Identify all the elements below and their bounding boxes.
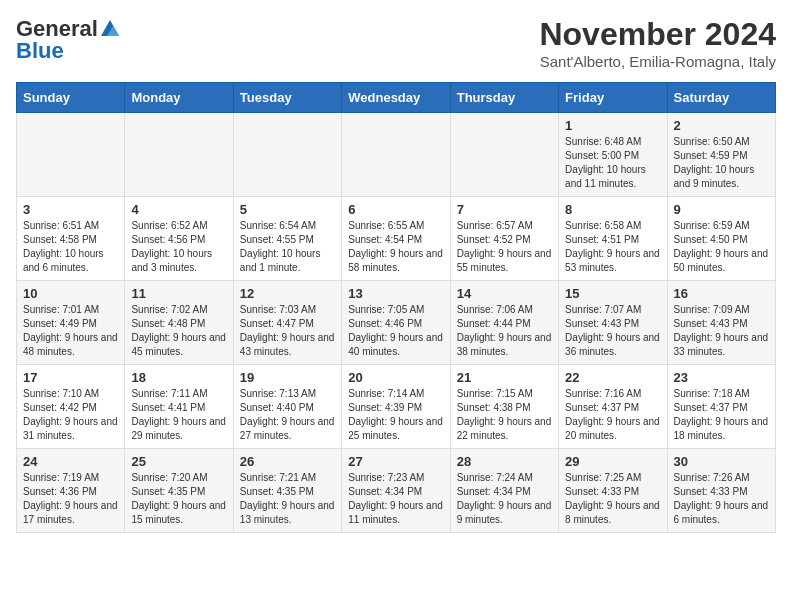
calendar-cell: 7Sunrise: 6:57 AM Sunset: 4:52 PM Daylig… bbox=[450, 197, 558, 281]
calendar-header-monday: Monday bbox=[125, 83, 233, 113]
day-info: Sunrise: 7:20 AM Sunset: 4:35 PM Dayligh… bbox=[131, 471, 226, 527]
calendar-cell: 4Sunrise: 6:52 AM Sunset: 4:56 PM Daylig… bbox=[125, 197, 233, 281]
day-number: 29 bbox=[565, 454, 660, 469]
day-info: Sunrise: 6:48 AM Sunset: 5:00 PM Dayligh… bbox=[565, 135, 660, 191]
day-info: Sunrise: 7:02 AM Sunset: 4:48 PM Dayligh… bbox=[131, 303, 226, 359]
day-number: 8 bbox=[565, 202, 660, 217]
day-number: 6 bbox=[348, 202, 443, 217]
day-info: Sunrise: 6:55 AM Sunset: 4:54 PM Dayligh… bbox=[348, 219, 443, 275]
calendar-cell: 27Sunrise: 7:23 AM Sunset: 4:34 PM Dayli… bbox=[342, 449, 450, 533]
day-number: 12 bbox=[240, 286, 335, 301]
day-number: 25 bbox=[131, 454, 226, 469]
day-info: Sunrise: 7:06 AM Sunset: 4:44 PM Dayligh… bbox=[457, 303, 552, 359]
calendar-cell: 9Sunrise: 6:59 AM Sunset: 4:50 PM Daylig… bbox=[667, 197, 775, 281]
day-number: 9 bbox=[674, 202, 769, 217]
calendar-cell: 29Sunrise: 7:25 AM Sunset: 4:33 PM Dayli… bbox=[559, 449, 667, 533]
day-info: Sunrise: 7:13 AM Sunset: 4:40 PM Dayligh… bbox=[240, 387, 335, 443]
calendar-header-thursday: Thursday bbox=[450, 83, 558, 113]
logo-blue: Blue bbox=[16, 38, 64, 64]
calendar-cell: 10Sunrise: 7:01 AM Sunset: 4:49 PM Dayli… bbox=[17, 281, 125, 365]
calendar-row-4: 24Sunrise: 7:19 AM Sunset: 4:36 PM Dayli… bbox=[17, 449, 776, 533]
day-number: 26 bbox=[240, 454, 335, 469]
calendar-cell: 28Sunrise: 7:24 AM Sunset: 4:34 PM Dayli… bbox=[450, 449, 558, 533]
day-info: Sunrise: 7:18 AM Sunset: 4:37 PM Dayligh… bbox=[674, 387, 769, 443]
day-number: 28 bbox=[457, 454, 552, 469]
day-number: 2 bbox=[674, 118, 769, 133]
calendar-header-sunday: Sunday bbox=[17, 83, 125, 113]
day-number: 14 bbox=[457, 286, 552, 301]
calendar-cell: 19Sunrise: 7:13 AM Sunset: 4:40 PM Dayli… bbox=[233, 365, 341, 449]
day-number: 3 bbox=[23, 202, 118, 217]
header: General Blue November 2024 Sant'Alberto,… bbox=[16, 16, 776, 70]
day-info: Sunrise: 7:01 AM Sunset: 4:49 PM Dayligh… bbox=[23, 303, 118, 359]
day-info: Sunrise: 6:54 AM Sunset: 4:55 PM Dayligh… bbox=[240, 219, 335, 275]
calendar-cell: 6Sunrise: 6:55 AM Sunset: 4:54 PM Daylig… bbox=[342, 197, 450, 281]
calendar-cell: 15Sunrise: 7:07 AM Sunset: 4:43 PM Dayli… bbox=[559, 281, 667, 365]
day-number: 1 bbox=[565, 118, 660, 133]
calendar-cell: 1Sunrise: 6:48 AM Sunset: 5:00 PM Daylig… bbox=[559, 113, 667, 197]
day-number: 17 bbox=[23, 370, 118, 385]
calendar-cell: 11Sunrise: 7:02 AM Sunset: 4:48 PM Dayli… bbox=[125, 281, 233, 365]
day-info: Sunrise: 7:25 AM Sunset: 4:33 PM Dayligh… bbox=[565, 471, 660, 527]
calendar-cell: 13Sunrise: 7:05 AM Sunset: 4:46 PM Dayli… bbox=[342, 281, 450, 365]
calendar-header-saturday: Saturday bbox=[667, 83, 775, 113]
calendar-cell: 5Sunrise: 6:54 AM Sunset: 4:55 PM Daylig… bbox=[233, 197, 341, 281]
calendar-cell bbox=[450, 113, 558, 197]
calendar-row-2: 10Sunrise: 7:01 AM Sunset: 4:49 PM Dayli… bbox=[17, 281, 776, 365]
title-area: November 2024 Sant'Alberto, Emilia-Romag… bbox=[539, 16, 776, 70]
page-title: November 2024 bbox=[539, 16, 776, 53]
day-info: Sunrise: 7:15 AM Sunset: 4:38 PM Dayligh… bbox=[457, 387, 552, 443]
page-subtitle: Sant'Alberto, Emilia-Romagna, Italy bbox=[539, 53, 776, 70]
calendar-cell: 8Sunrise: 6:58 AM Sunset: 4:51 PM Daylig… bbox=[559, 197, 667, 281]
calendar-cell: 12Sunrise: 7:03 AM Sunset: 4:47 PM Dayli… bbox=[233, 281, 341, 365]
calendar-cell bbox=[342, 113, 450, 197]
calendar-cell: 17Sunrise: 7:10 AM Sunset: 4:42 PM Dayli… bbox=[17, 365, 125, 449]
day-info: Sunrise: 6:58 AM Sunset: 4:51 PM Dayligh… bbox=[565, 219, 660, 275]
day-info: Sunrise: 7:23 AM Sunset: 4:34 PM Dayligh… bbox=[348, 471, 443, 527]
calendar-cell: 18Sunrise: 7:11 AM Sunset: 4:41 PM Dayli… bbox=[125, 365, 233, 449]
day-number: 16 bbox=[674, 286, 769, 301]
calendar-cell bbox=[17, 113, 125, 197]
calendar-row-3: 17Sunrise: 7:10 AM Sunset: 4:42 PM Dayli… bbox=[17, 365, 776, 449]
day-info: Sunrise: 7:09 AM Sunset: 4:43 PM Dayligh… bbox=[674, 303, 769, 359]
day-number: 24 bbox=[23, 454, 118, 469]
calendar-cell: 26Sunrise: 7:21 AM Sunset: 4:35 PM Dayli… bbox=[233, 449, 341, 533]
day-number: 27 bbox=[348, 454, 443, 469]
calendar-cell: 25Sunrise: 7:20 AM Sunset: 4:35 PM Dayli… bbox=[125, 449, 233, 533]
calendar-cell bbox=[233, 113, 341, 197]
day-info: Sunrise: 6:52 AM Sunset: 4:56 PM Dayligh… bbox=[131, 219, 226, 275]
calendar-header-wednesday: Wednesday bbox=[342, 83, 450, 113]
day-number: 23 bbox=[674, 370, 769, 385]
day-number: 11 bbox=[131, 286, 226, 301]
day-info: Sunrise: 6:59 AM Sunset: 4:50 PM Dayligh… bbox=[674, 219, 769, 275]
calendar-table: SundayMondayTuesdayWednesdayThursdayFrid… bbox=[16, 82, 776, 533]
day-info: Sunrise: 7:14 AM Sunset: 4:39 PM Dayligh… bbox=[348, 387, 443, 443]
calendar-header-row: SundayMondayTuesdayWednesdayThursdayFrid… bbox=[17, 83, 776, 113]
day-info: Sunrise: 7:05 AM Sunset: 4:46 PM Dayligh… bbox=[348, 303, 443, 359]
day-number: 30 bbox=[674, 454, 769, 469]
calendar-header-friday: Friday bbox=[559, 83, 667, 113]
calendar-row-0: 1Sunrise: 6:48 AM Sunset: 5:00 PM Daylig… bbox=[17, 113, 776, 197]
day-number: 7 bbox=[457, 202, 552, 217]
day-number: 5 bbox=[240, 202, 335, 217]
day-info: Sunrise: 7:24 AM Sunset: 4:34 PM Dayligh… bbox=[457, 471, 552, 527]
day-info: Sunrise: 7:03 AM Sunset: 4:47 PM Dayligh… bbox=[240, 303, 335, 359]
day-info: Sunrise: 6:57 AM Sunset: 4:52 PM Dayligh… bbox=[457, 219, 552, 275]
calendar-cell: 30Sunrise: 7:26 AM Sunset: 4:33 PM Dayli… bbox=[667, 449, 775, 533]
calendar-cell: 23Sunrise: 7:18 AM Sunset: 4:37 PM Dayli… bbox=[667, 365, 775, 449]
day-info: Sunrise: 7:26 AM Sunset: 4:33 PM Dayligh… bbox=[674, 471, 769, 527]
day-info: Sunrise: 7:07 AM Sunset: 4:43 PM Dayligh… bbox=[565, 303, 660, 359]
day-number: 21 bbox=[457, 370, 552, 385]
day-number: 20 bbox=[348, 370, 443, 385]
day-number: 18 bbox=[131, 370, 226, 385]
calendar-header-tuesday: Tuesday bbox=[233, 83, 341, 113]
day-info: Sunrise: 7:21 AM Sunset: 4:35 PM Dayligh… bbox=[240, 471, 335, 527]
day-number: 22 bbox=[565, 370, 660, 385]
logo-icon bbox=[99, 18, 121, 40]
logo: General Blue bbox=[16, 16, 122, 64]
day-number: 13 bbox=[348, 286, 443, 301]
calendar-cell: 14Sunrise: 7:06 AM Sunset: 4:44 PM Dayli… bbox=[450, 281, 558, 365]
calendar-cell: 22Sunrise: 7:16 AM Sunset: 4:37 PM Dayli… bbox=[559, 365, 667, 449]
calendar-row-1: 3Sunrise: 6:51 AM Sunset: 4:58 PM Daylig… bbox=[17, 197, 776, 281]
calendar-cell: 20Sunrise: 7:14 AM Sunset: 4:39 PM Dayli… bbox=[342, 365, 450, 449]
